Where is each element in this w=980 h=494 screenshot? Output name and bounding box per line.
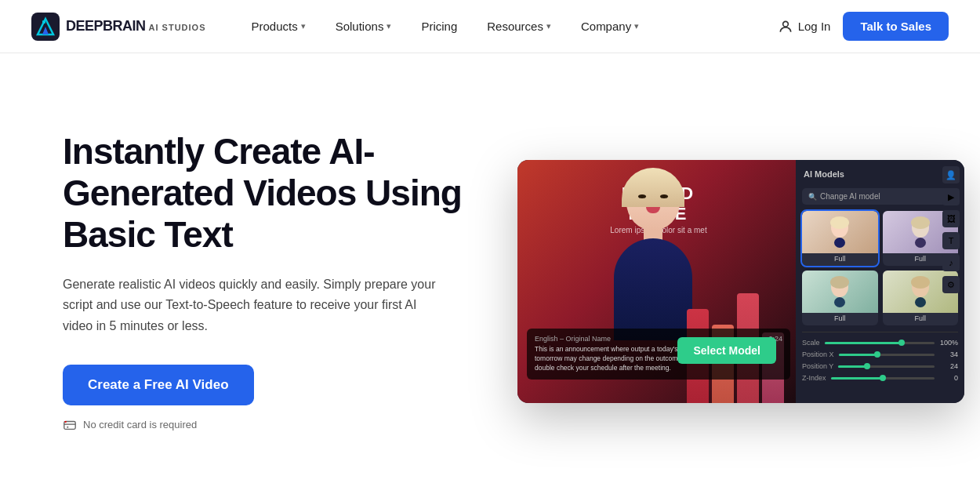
user-icon xyxy=(778,19,793,35)
model-label-1: Full xyxy=(802,253,878,266)
talk-to-sales-button[interactable]: Talk to Sales xyxy=(843,12,949,41)
screenshot-container: BRAND NAME Lorem ipsum dolor sit a met xyxy=(517,160,964,403)
model-avatar-1 xyxy=(802,211,878,253)
scale-control: Scale 100% xyxy=(802,339,958,347)
svg-rect-15 xyxy=(915,238,926,248)
chevron-down-icon: ▾ xyxy=(387,21,391,31)
svg-rect-21 xyxy=(915,297,926,307)
music-icon[interactable]: ♪ xyxy=(942,254,960,271)
position-y-control: Position Y 24 xyxy=(802,362,958,370)
hero-content: Instantly Create AI-Generated Videos Usi… xyxy=(63,131,470,432)
model-grid: Full Full xyxy=(802,211,958,325)
nav-item-products[interactable]: Products ▾ xyxy=(237,13,319,39)
zindex-slider[interactable] xyxy=(831,377,935,380)
avatar-thumbnail xyxy=(909,276,932,307)
svg-point-11 xyxy=(830,216,849,229)
panel-controls: Scale 100% Position X 34 xyxy=(802,339,958,382)
hero-description: Generate realistic AI videos quickly and… xyxy=(63,274,439,336)
chevron-down-icon: ▾ xyxy=(634,21,639,31)
nav-actions: Log In Talk to Sales xyxy=(778,12,949,41)
hero-title: Instantly Create AI-Generated Videos Usi… xyxy=(63,131,470,256)
position-y-slider[interactable] xyxy=(838,365,935,368)
svg-point-17 xyxy=(830,276,849,289)
model-label-4: Full xyxy=(883,313,959,325)
svg-point-4 xyxy=(782,21,788,27)
image-icon[interactable]: 🖼 xyxy=(942,210,960,227)
login-button[interactable]: Log In xyxy=(778,19,831,35)
product-demo: BRAND NAME Lorem ipsum dolor sit a met xyxy=(517,160,964,403)
nav-item-pricing[interactable]: Pricing xyxy=(407,13,471,39)
text-icon[interactable]: T xyxy=(942,232,960,249)
video-area: BRAND NAME Lorem ipsum dolor sit a met xyxy=(517,160,800,403)
model-search[interactable]: 🔍 Change AI model xyxy=(802,188,958,205)
scale-slider[interactable] xyxy=(825,342,935,344)
logo-sub-text: AI STUDIOS xyxy=(149,23,206,32)
navbar: DEEPBRAIN AI STUDIOS Products ▾ Solution… xyxy=(0,0,980,53)
model-card-3[interactable]: Full xyxy=(802,271,878,325)
chevron-down-icon: ▾ xyxy=(301,21,306,31)
chevron-down-icon: ▾ xyxy=(546,21,551,31)
logo[interactable]: DEEPBRAIN AI STUDIOS xyxy=(31,13,205,41)
position-x-slider[interactable] xyxy=(839,354,935,356)
model-card-1[interactable]: Full xyxy=(802,211,878,266)
no-credit-card-notice: No credit card is required xyxy=(63,418,470,432)
logo-main-text: DEEPBRAIN xyxy=(66,18,146,35)
settings-icon[interactable]: ⚙ xyxy=(942,276,960,293)
nav-item-solutions[interactable]: Solutions ▾ xyxy=(321,13,406,39)
svg-line-9 xyxy=(65,421,67,422)
avatar-thumbnail xyxy=(828,276,851,307)
panel-title: AI Models xyxy=(802,166,958,182)
search-icon: 🔍 xyxy=(808,193,817,201)
avatar-thumbnail xyxy=(828,216,851,248)
svg-rect-12 xyxy=(834,238,845,248)
select-model-button[interactable]: Select Model xyxy=(677,337,776,364)
svg-rect-18 xyxy=(834,297,845,307)
zindex-control: Z-Index 0 xyxy=(802,374,958,382)
cta-button[interactable]: Create a Free AI Video xyxy=(63,365,254,405)
avatar-thumbnail xyxy=(909,216,932,248)
svg-rect-5 xyxy=(64,421,75,429)
svg-point-20 xyxy=(911,276,930,289)
panel-divider xyxy=(802,332,958,332)
ai-models-panel: AI Models 🔍 Change AI model xyxy=(796,160,964,403)
svg-rect-3 xyxy=(42,20,45,24)
avatar-icon[interactable]: 👤 xyxy=(942,166,960,183)
nav-item-resources[interactable]: Resources ▾ xyxy=(473,13,565,39)
position-x-control: Position X 34 xyxy=(802,351,958,358)
nav-item-company[interactable]: Company ▾ xyxy=(567,13,653,39)
panel-sidebar-icons: 👤 ▶ 🖼 T ♪ ⚙ xyxy=(942,166,960,293)
svg-point-14 xyxy=(911,216,930,229)
hero-section: Instantly Create AI-Generated Videos Usi… xyxy=(0,53,980,494)
credit-card-icon xyxy=(63,418,77,432)
nav-links: Products ▾ Solutions ▾ Pricing Resources… xyxy=(237,13,777,39)
video-icon[interactable]: ▶ xyxy=(942,188,960,205)
model-avatar-3 xyxy=(802,271,878,313)
model-label-3: Full xyxy=(802,313,878,325)
